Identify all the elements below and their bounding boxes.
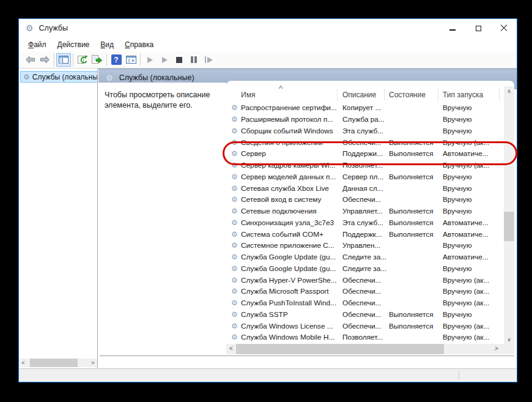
service-gear-icon: ⚙ xyxy=(231,288,241,295)
back-button[interactable] xyxy=(23,53,37,67)
table-row[interactable]: ⚙ Сведения о приложении Обеспечи... Выпо… xyxy=(226,136,504,148)
export-list-icon xyxy=(92,55,103,64)
forward-button[interactable] xyxy=(37,53,52,67)
scroll-left-icon[interactable]: < xyxy=(226,344,236,354)
minimize-button[interactable] xyxy=(440,19,465,37)
toolbar: ? xyxy=(19,51,517,69)
services-list-panel: ∧ Имя Описание Состояние Тип запуска ⚙ xyxy=(226,81,514,354)
scroll-right-icon[interactable]: > xyxy=(89,360,97,366)
table-row[interactable]: ⚙ Служба Google Update (gu... Следите за… xyxy=(226,263,504,275)
table-row[interactable]: ⚙ Служба Microsoft Passport Обеспечи... … xyxy=(226,286,504,297)
cell-startup-type: Вручную (ак... xyxy=(443,299,504,307)
table-row[interactable]: ⚙ Распространение сертифи... Копирует ..… xyxy=(226,102,504,114)
sort-ascending-icon: ∧ xyxy=(278,84,284,90)
header-separator[interactable] xyxy=(384,89,385,101)
horizontal-scrollbar[interactable]: < > xyxy=(226,344,501,354)
cell-startup-type: Вручную xyxy=(443,173,504,181)
menu-action[interactable]: Действие xyxy=(52,39,95,50)
export-list-button[interactable] xyxy=(90,53,105,67)
window-title: Службы xyxy=(39,24,68,32)
table-row[interactable]: ⚙ Служба Windows License ... Обеспечи...… xyxy=(226,320,504,332)
service-gear-icon: ⚙ xyxy=(231,104,241,111)
tree-scrollbar-thumb[interactable] xyxy=(30,359,78,367)
table-row[interactable]: ⚙ Сетевая служба Xbox Live Данная сл... … xyxy=(226,182,504,194)
vertical-scrollbar[interactable]: ∧ ∨ xyxy=(504,86,514,344)
cell-service-name: Служба PushToInstall Wind... xyxy=(241,299,342,307)
table-row[interactable]: ⚙ Расширяемый протокол п... Служба ра...… xyxy=(226,114,504,125)
column-header-startup[interactable]: Тип запуска xyxy=(443,91,483,99)
table-row[interactable]: ⚙ Сетевые подключения Управляет... Выпол… xyxy=(226,206,504,217)
pane-title-text: Службы (локальные) xyxy=(119,73,194,82)
restart-service-button[interactable] xyxy=(201,53,216,67)
table-row[interactable]: ⚙ Служба Hyper-V PowerShe... Обеспечи...… xyxy=(226,274,504,286)
cell-description: Эта служб... xyxy=(342,127,389,135)
tree-horizontal-scrollbar[interactable]: < > xyxy=(19,359,97,367)
table-row[interactable]: ⚙ Служба PushToInstall Wind... Обеспечи.… xyxy=(226,297,504,309)
help-icon: ? xyxy=(111,54,122,65)
service-gear-icon: ⚙ xyxy=(231,242,241,249)
cell-startup-type: Вручную xyxy=(443,310,504,319)
header-separator[interactable] xyxy=(337,89,338,101)
menu-view[interactable]: Вид xyxy=(95,39,119,50)
column-header-desc[interactable]: Описание xyxy=(342,91,376,99)
console-tree-panel: ⚙ Службы (локальны < > xyxy=(19,69,98,368)
start-service-icon xyxy=(147,57,153,63)
cell-description: Поддержи... xyxy=(342,149,389,158)
column-header-status[interactable]: Состояние xyxy=(389,91,426,99)
table-row[interactable]: ⚙ Сборщик событий Windows Эта служб... В… xyxy=(226,125,504,137)
show-properties-button[interactable] xyxy=(124,53,138,67)
table-row[interactable]: ⚙ Сервер кадров камеры Wi... Позволяет..… xyxy=(226,160,504,171)
table-row[interactable]: ⚙ Синхронизация узла_3c7e3 Эта служб... … xyxy=(226,217,504,229)
pause-service-button[interactable] xyxy=(187,53,201,67)
table-row[interactable]: ⚙ Служба Windows Mobile H... Позволяет..… xyxy=(226,332,504,343)
cell-service-name: Сетевые подключения xyxy=(241,207,342,215)
table-row[interactable]: ⚙ Сервер Поддержи... Выполняется Автомат… xyxy=(226,148,504,160)
header-separator[interactable] xyxy=(438,89,438,101)
table-row[interactable]: ⚙ Системное приложение C... Управлен... … xyxy=(226,240,504,251)
table-row[interactable]: ⚙ Служба Google Update (gu... Следите за… xyxy=(226,251,504,263)
column-header-name[interactable]: Имя xyxy=(241,91,255,99)
scrollbar-corner xyxy=(501,344,514,354)
close-icon xyxy=(500,24,508,32)
table-row[interactable]: ⚙ Система событий COM+ Поддержк... Выпол… xyxy=(226,228,504,240)
cell-service-name: Сервер xyxy=(241,149,342,158)
stop-service-icon xyxy=(176,57,182,63)
menu-file[interactable]: Файл xyxy=(23,39,52,50)
show-console-tree-button[interactable] xyxy=(56,53,71,67)
details-pane: ⚙ Службы (локальные) Чтобы просмотреть о… xyxy=(98,69,517,368)
cell-description: Управляет... xyxy=(342,207,389,215)
cell-startup-type: Вручную xyxy=(443,264,504,273)
table-row[interactable]: ⚙ Служба SSTP Обеспечи... Выполняется Вр… xyxy=(226,309,504,321)
table-row[interactable]: ⚙ Сетевой вход в систему Обеспечи... Вру… xyxy=(226,194,504,206)
services-window: ⚙ Службы Файл Действие Вид Справка xyxy=(18,18,517,382)
caption-controls xyxy=(440,19,517,37)
tree-item-services-local[interactable]: ⚙ Службы (локальны xyxy=(20,71,97,83)
close-button[interactable] xyxy=(491,19,517,37)
start-service-button[interactable] xyxy=(142,53,157,67)
service-gear-icon: ⚙ xyxy=(231,139,241,146)
show-properties-icon xyxy=(126,56,136,64)
refresh-button[interactable] xyxy=(75,53,90,67)
table-row[interactable]: ⚙ Сервер моделей данных п... Сервер пл..… xyxy=(226,171,504,183)
service-gear-icon: ⚙ xyxy=(231,219,241,226)
service-gear-icon: ⚙ xyxy=(231,253,241,261)
resume-service-button[interactable] xyxy=(157,53,172,67)
menu-help[interactable]: Справка xyxy=(119,39,159,50)
scroll-down-icon[interactable]: ∨ xyxy=(504,335,514,344)
cell-service-name: Служба Hyper-V PowerShe... xyxy=(241,276,342,285)
scroll-up-icon[interactable]: ∧ xyxy=(504,86,514,96)
cell-description: Поддержк... xyxy=(342,230,389,239)
cell-service-name: Сетевая служба Xbox Live xyxy=(241,184,342,193)
cell-service-name: Системное приложение C... xyxy=(241,241,342,250)
stop-service-button[interactable] xyxy=(172,53,187,67)
scroll-right-icon[interactable]: > xyxy=(492,344,501,354)
cell-description: Следите за... xyxy=(342,264,389,273)
scroll-left-icon[interactable]: < xyxy=(19,360,28,366)
header-separator[interactable] xyxy=(499,89,500,101)
service-gear-icon: ⚙ xyxy=(231,173,241,181)
help-button[interactable]: ? xyxy=(109,53,124,67)
maximize-button[interactable] xyxy=(465,19,491,37)
horizontal-scrollbar-thumb[interactable] xyxy=(236,344,444,354)
cell-startup-type: Автоматиче... xyxy=(443,253,504,261)
vertical-scrollbar-thumb[interactable] xyxy=(504,212,514,241)
